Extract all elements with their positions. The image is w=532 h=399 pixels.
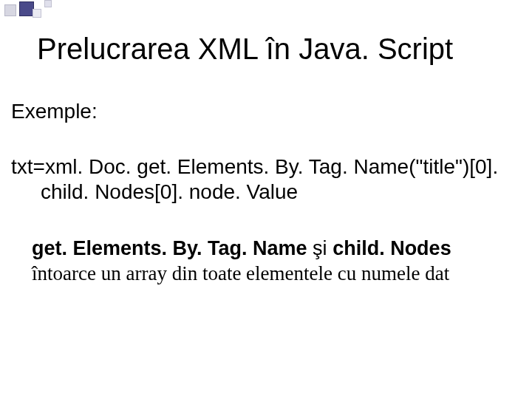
code-line-2: child. Nodes[0]. node. Value (11, 180, 521, 205)
deco-square (44, 0, 52, 7)
corner-decoration (0, 0, 89, 24)
slide-body: Exemple: txt=xml. Doc. get. Elements. By… (11, 100, 521, 287)
description-line-2: întoarce un array din toate elementele c… (32, 262, 521, 287)
description-connector: şi (307, 237, 333, 259)
term-childnodes: child. Nodes (332, 237, 451, 259)
term-getelements: get. Elements. By. Tag. Name (32, 237, 307, 259)
description: get. Elements. By. Tag. Name şi child. N… (11, 236, 521, 287)
examples-label: Exemple: (11, 100, 521, 123)
slide-title: Prelucrarea XML în Java. Script (37, 33, 510, 66)
description-line-1: get. Elements. By. Tag. Name şi child. N… (32, 236, 521, 262)
code-line-1: txt=xml. Doc. get. Elements. By. Tag. Na… (11, 154, 521, 180)
deco-square (33, 9, 41, 18)
code-example: txt=xml. Doc. get. Elements. By. Tag. Na… (11, 154, 521, 204)
deco-square (19, 1, 34, 16)
slide: Prelucrarea XML în Java. Script Exemple:… (0, 0, 532, 399)
deco-square (4, 4, 16, 16)
